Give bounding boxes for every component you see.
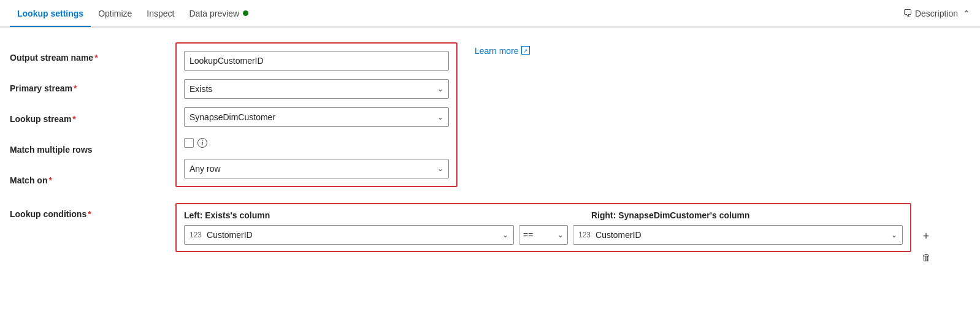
collapse-button[interactable]: ⌃ [963,9,970,18]
conditions-box: Left: Exists's column Right: SynapseDimC… [175,203,911,252]
right-column-value: CustomerID [595,230,641,240]
match-multiple-rows-label: Match multiple rows [10,145,175,155]
lookup-conditions-label: Lookup conditions* [10,209,175,219]
match-on-arrow: ⌄ [437,164,443,173]
right-column-dropdown[interactable]: 123 CustomerID ⌄ [573,225,903,245]
action-buttons: + 🗑 [917,203,935,266]
learn-more-label: Learn more [475,46,519,56]
tab-label-data-preview: Data preview [189,9,240,18]
match-on-label: Match on* [10,175,175,185]
right-type-badge: 123 [578,231,591,239]
output-stream-label: Output stream name* [10,53,175,63]
left-column-dropdown[interactable]: 123 CustomerID ⌄ [184,225,514,245]
settings-box: Exists ⌄ SynapseDimCustomer ⌄ i Any row [175,42,457,187]
primary-stream-value: Exists [189,84,212,94]
tab-optimize[interactable]: Optimize [91,0,139,27]
match-multiple-rows-area: i [184,133,449,153]
tab-inspect[interactable]: Inspect [139,0,182,27]
left-type-badge: 123 [189,231,202,239]
lookup-stream-arrow: ⌄ [437,113,443,121]
match-multiple-rows-checkbox[interactable] [184,138,194,148]
tab-label-inspect: Inspect [147,9,174,18]
output-stream-input[interactable] [184,51,449,71]
lookup-conditions-label-text: Lookup conditions [10,209,86,219]
data-preview-dot [243,10,248,16]
main-content: Output stream name* Primary stream* Look… [0,28,980,280]
condition-row: 123 CustomerID ⌄ == ⌄ 123 [184,225,903,245]
right-dropdown-arrow: ⌄ [891,231,897,239]
left-column-value: CustomerID [207,230,253,240]
left-col-header: Left: Exists's column [184,210,496,220]
left-dropdown-arrow: ⌄ [502,231,508,239]
operator-arrow: ⌄ [557,231,564,239]
description-label: Description [915,9,958,18]
info-icon[interactable]: i [197,138,207,148]
tab-label-optimize: Optimize [98,9,132,18]
tab-lookup-settings[interactable]: Lookup settings [10,0,91,27]
learn-more-link[interactable]: Learn more ↗ [475,46,530,56]
primary-stream-arrow: ⌄ [437,85,443,93]
primary-stream-label: Primary stream* [10,83,175,93]
add-condition-button[interactable]: + [917,228,935,245]
primary-stream-dropdown[interactable]: Exists ⌄ [184,79,449,99]
trash-icon: 🗑 [922,252,931,263]
tabs-bar: Lookup settings Optimize Inspect Data pr… [0,0,980,27]
tab-data-preview[interactable]: Data preview [182,0,256,27]
external-link-icon: ↗ [521,46,530,55]
match-on-value: Any row [189,164,221,174]
tabs-right: 🗨 Description ⌃ [903,8,970,19]
description-button[interactable]: 🗨 Description [903,8,958,19]
operator-dropdown[interactable]: == ⌄ [519,225,568,245]
right-col-header: Right: SynapseDimCustomer's column [591,210,903,220]
match-on-dropdown[interactable]: Any row ⌄ [184,159,449,178]
lookup-stream-value: SynapseDimCustomer [189,112,275,122]
description-icon: 🗨 [903,8,913,19]
lookup-stream-label: Lookup stream* [10,114,175,124]
conditions-header: Left: Exists's column Right: SynapseDimC… [184,210,903,220]
operator-value: == [523,230,533,240]
lookup-stream-dropdown[interactable]: SynapseDimCustomer ⌄ [184,107,449,127]
delete-condition-button[interactable]: 🗑 [917,248,935,266]
tab-label-lookup-settings: Lookup settings [17,9,83,18]
learn-more-area: Learn more ↗ [457,42,530,56]
